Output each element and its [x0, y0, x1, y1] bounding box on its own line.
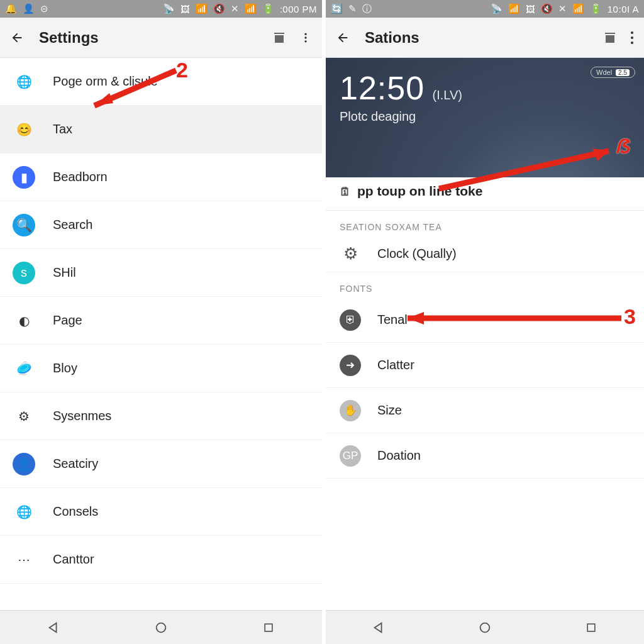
archive-button[interactable] [272, 30, 287, 45]
status-icon: 🔇 [213, 3, 226, 14]
archive-icon [272, 30, 287, 45]
arrow-left-icon [336, 31, 350, 45]
hero-time: 12:50 [340, 70, 425, 106]
row-label: Bloy [53, 361, 77, 375]
status-icon: 🔇 [541, 3, 553, 14]
row-icon: ⋯ [13, 548, 35, 571]
row-icon: 😊 [13, 118, 35, 141]
schedule-label: pp toup on line toke [357, 184, 482, 199]
settings-list[interactable]: 🌐Poge orm & clisule😊Tax▮Beadborn🔍Searchs… [0, 58, 322, 610]
svg-point-6 [631, 31, 633, 34]
phone-left: 🔔 👤 ⊝ 📡 🖼 📶 🔇 ✕ 📶 🔋 :000 PM Settings [0, 0, 322, 644]
status-icon: ⓘ [362, 3, 372, 15]
row-icon: 🔍 [13, 214, 35, 236]
svg-point-8 [631, 42, 633, 44]
nav-recent[interactable] [579, 615, 604, 640]
android-navbar [0, 610, 322, 644]
settings-row[interactable]: 🔍Search [0, 201, 322, 249]
row-label: Poge orm & clisule [53, 74, 158, 89]
status-icon: ⊝ [40, 3, 49, 14]
section-label: SEATION SOXAM TEA [326, 211, 644, 236]
row-label: Tax [53, 122, 72, 136]
hero-badge-label: Wdel [596, 69, 612, 76]
option-row[interactable]: ➜Clatter [326, 343, 644, 388]
back-button[interactable] [10, 31, 24, 45]
row-label: Consels [53, 504, 98, 519]
settings-row[interactable]: ⚙Sysenmes [0, 392, 322, 440]
row-label: Beadborn [53, 170, 108, 184]
settings-row[interactable]: ⋯Canttor [0, 536, 322, 584]
settings-row[interactable]: 🥏Bloy [0, 345, 322, 392]
status-icon: ✎ [348, 3, 357, 14]
back-button[interactable] [336, 31, 350, 45]
circle-home-icon [154, 621, 168, 635]
status-icon: ✕ [231, 3, 240, 14]
archive-icon [602, 30, 618, 45]
svg-point-3 [157, 623, 166, 632]
row-label: Tenal [377, 313, 408, 327]
row-icon: ⚙ [13, 405, 35, 428]
nav-home[interactable] [148, 615, 174, 640]
page-title: Sations [365, 29, 590, 47]
row-label: SHil [53, 265, 76, 280]
triangle-back-icon [372, 621, 386, 635]
triangle-back-icon [47, 621, 60, 635]
row-icon: ◐ [13, 309, 35, 332]
status-icon: ✕ [558, 3, 567, 14]
phone-right: 🔄 ✎ ⓘ 📡 📶 🖼 🔇 ✕ 📶 🔋 10:0I A Sations [322, 0, 644, 644]
row-icon: 🌐 [13, 70, 35, 93]
status-time: 10:0I A [608, 4, 639, 14]
appbar: Settings [0, 18, 322, 58]
section-label: FONTS [326, 272, 644, 297]
nav-home[interactable] [472, 615, 497, 640]
nav-back[interactable] [366, 615, 391, 640]
row-icon: 🌐 [13, 501, 35, 523]
settings-row[interactable]: 👤Seatciry [0, 440, 322, 488]
row-label: Sysenmes [53, 409, 111, 423]
svg-point-0 [304, 33, 306, 35]
option-row[interactable]: ⚙Clock (Qually) [326, 236, 644, 272]
row-icon: ⛨ [340, 309, 361, 331]
svg-point-2 [304, 40, 306, 42]
battery-icon: 🔋 [262, 3, 275, 14]
android-navbar [326, 610, 644, 644]
settings-card: 🗓 pp toup on line toke SEATION SOXAM TEA… [326, 166, 644, 610]
hero-badge[interactable]: Wdel 2.5 [591, 67, 635, 78]
page-title: Settings [39, 29, 259, 47]
svg-point-1 [304, 36, 306, 38]
overflow-button[interactable] [299, 30, 312, 45]
clock-hero: 12:50 (I.LV) Plotc deaging Wdel 2.5 [326, 58, 644, 177]
status-icon: 🖼 [526, 4, 536, 14]
option-row[interactable]: GPDoation [326, 433, 644, 479]
settings-row[interactable]: sSHil [0, 249, 322, 297]
appbar: Sations [326, 18, 644, 58]
status-time: :000 PM [280, 4, 317, 14]
row-icon: ✋ [340, 400, 361, 421]
archive-button[interactable] [602, 30, 618, 45]
overflow-button[interactable] [630, 30, 634, 45]
option-row[interactable]: ⛨Tenal [326, 297, 644, 343]
hero-subtitle: Plotc deaging [340, 109, 630, 124]
nav-back[interactable] [41, 615, 66, 640]
battery-icon: 🔋 [590, 3, 602, 14]
square-recent-icon [585, 621, 597, 634]
settings-row[interactable]: 🌐Poge orm & clisule [0, 58, 322, 106]
settings-row[interactable]: ▮Beadborn [0, 153, 322, 201]
row-icon: ➜ [340, 355, 361, 376]
option-row[interactable]: ✋Size [326, 388, 644, 433]
row-icon: 👤 [13, 453, 35, 475]
signal-icon: 📶 [196, 3, 208, 14]
settings-row[interactable]: ◐Page [0, 297, 322, 345]
status-icon: 🖼 [180, 4, 191, 14]
status-icon: 📡 [163, 3, 175, 14]
svg-rect-4 [265, 624, 272, 631]
row-label: Clatter [377, 358, 414, 372]
row-icon: ⚙ [340, 243, 361, 265]
settings-row[interactable]: 😊Tax [0, 106, 322, 153]
svg-point-7 [631, 36, 633, 39]
row-label: Size [377, 403, 402, 418]
status-icon: 📡 [491, 3, 503, 14]
nav-recent[interactable] [256, 615, 281, 640]
signal-icon: 📶 [572, 3, 585, 14]
settings-row[interactable]: 🌐Consels [0, 488, 322, 536]
